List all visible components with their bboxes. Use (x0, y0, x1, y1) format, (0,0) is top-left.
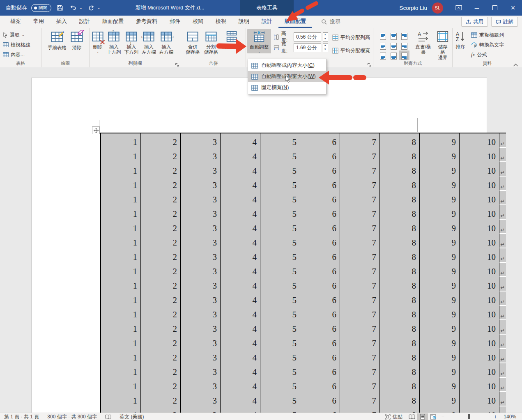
table-cell[interactable]: 10 (460, 133, 499, 149)
table-cell[interactable]: 7 (340, 277, 380, 292)
table-cell[interactable]: 6 (300, 205, 340, 220)
table-cell[interactable]: 10 (460, 320, 499, 335)
table-cell[interactable]: 5 (260, 349, 300, 364)
table-cell[interactable]: 5 (260, 277, 300, 292)
table-cell[interactable]: 9 (420, 363, 460, 379)
table-cell[interactable]: 2 (141, 177, 181, 192)
tab-校閱[interactable]: 校閱 (186, 16, 209, 28)
table-cell[interactable]: 7 (340, 162, 380, 177)
table-cell[interactable]: 7 (340, 177, 380, 192)
maximize-button[interactable] (486, 0, 504, 16)
table-cell[interactable]: 9 (420, 277, 460, 292)
tab-參考資料[interactable]: 參考資料 (130, 16, 163, 28)
table-cell[interactable]: 4 (221, 406, 260, 413)
table-cell[interactable]: 4 (221, 363, 260, 379)
table-cell[interactable]: 10 (460, 306, 499, 321)
table-cell[interactable]: 8 (380, 205, 420, 220)
table-cell[interactable]: 3 (181, 234, 221, 249)
table-cell[interactable]: 6 (300, 148, 340, 163)
table-cell[interactable]: 1 (101, 263, 141, 278)
comments-button[interactable]: 註解 (491, 17, 518, 27)
table-cell[interactable]: 3 (181, 220, 221, 235)
read-mode-button[interactable] (407, 413, 417, 420)
table-cell[interactable]: 6 (300, 363, 340, 379)
proofing-status-icon[interactable] (101, 414, 115, 419)
rows-columns-dialog-launcher-icon[interactable] (175, 62, 180, 67)
table-cell[interactable]: 4 (221, 148, 260, 163)
table-cell[interactable]: 7 (340, 349, 380, 364)
table-cell[interactable]: 2 (141, 205, 181, 220)
table-cell[interactable]: 3 (181, 177, 221, 192)
table-cell[interactable]: 3 (181, 378, 221, 393)
redo-icon[interactable] (87, 3, 96, 12)
ribbon-display-options-icon[interactable] (450, 0, 468, 16)
table-cell[interactable]: 6 (300, 263, 340, 278)
tab-版面配置[interactable]: 版面配置 (96, 16, 130, 28)
table-cell[interactable]: 2 (141, 148, 181, 163)
table-cell[interactable]: 3 (181, 248, 221, 264)
table-cell[interactable]: 5 (260, 291, 300, 307)
table-cell[interactable]: 9 (420, 248, 460, 264)
save-icon[interactable] (55, 3, 64, 12)
align-top-c-button[interactable] (389, 31, 399, 40)
table-cell[interactable]: 10 (460, 392, 499, 407)
table-cell[interactable]: 9 (420, 205, 460, 220)
table-cell[interactable]: 2 (141, 335, 181, 350)
table-cell[interactable]: 9 (420, 378, 460, 393)
table-cell[interactable]: 8 (380, 177, 420, 192)
table-cell[interactable]: 4 (221, 248, 260, 264)
table-cell[interactable]: 5 (260, 248, 300, 264)
table-cell[interactable]: 2 (141, 162, 181, 177)
table-cell[interactable]: 7 (340, 205, 380, 220)
table-cell[interactable]: 6 (300, 378, 340, 393)
zoom-out-button[interactable]: − (441, 415, 444, 419)
table-cell[interactable]: 7 (340, 133, 380, 149)
table-cell[interactable]: 9 (420, 306, 460, 321)
autofit-button[interactable]: 自動調整 ⌄ (247, 29, 271, 53)
table-cell[interactable]: 6 (300, 220, 340, 235)
table-cell[interactable]: 4 (221, 320, 260, 335)
view-gridlines-button[interactable]: 檢視格線 (1, 40, 32, 50)
table-cell[interactable]: 9 (420, 133, 460, 149)
print-layout-button[interactable] (417, 413, 428, 420)
focus-mode-button[interactable]: 焦點 (381, 413, 407, 420)
zoom-track[interactable] (447, 417, 491, 417)
table-cell[interactable]: 6 (300, 349, 340, 364)
table-cell[interactable]: 2 (141, 277, 181, 292)
zoom-handle[interactable] (468, 414, 470, 419)
tab-插入[interactable]: 插入 (50, 16, 73, 28)
table-cell[interactable]: 3 (181, 363, 221, 379)
table-cell[interactable]: 3 (181, 205, 221, 220)
table-cell[interactable]: 2 (141, 291, 181, 307)
table-cell[interactable]: 2 (141, 320, 181, 335)
table-cell[interactable]: 10 (460, 148, 499, 163)
table-cell[interactable]: 9 (420, 177, 460, 192)
zoom-level[interactable]: 140% (499, 414, 522, 420)
table-cell[interactable]: 5 (260, 406, 300, 413)
table-cell[interactable]: 6 (300, 277, 340, 292)
table-cell[interactable]: 1 (101, 392, 141, 407)
table-cell[interactable]: 4 (221, 177, 260, 192)
table-cell[interactable]: 5 (260, 162, 300, 177)
table-cell[interactable]: 1 (101, 320, 141, 335)
table-cell[interactable]: 3 (181, 191, 221, 206)
table-cell[interactable]: 6 (300, 306, 340, 321)
autosave-toggle[interactable]: 關閉 (31, 4, 51, 12)
table-cell[interactable]: 8 (380, 263, 420, 278)
table-cell[interactable]: 7 (340, 320, 380, 335)
table-cell[interactable]: 5 (260, 363, 300, 379)
table-cell[interactable]: 4 (221, 205, 260, 220)
table-cell[interactable]: 10 (460, 162, 499, 177)
table-cell[interactable]: 9 (420, 263, 460, 278)
table-cell[interactable]: 8 (380, 291, 420, 307)
repeat-header-rows-button[interactable]: 重複標題列 (469, 30, 506, 40)
table-cell[interactable]: 3 (181, 291, 221, 307)
table-cell[interactable]: 8 (380, 277, 420, 292)
table-cell[interactable]: 1 (101, 306, 141, 321)
table-cell[interactable]: 7 (340, 335, 380, 350)
table-cell[interactable]: 10 (460, 277, 499, 292)
table-cell[interactable]: 1 (101, 277, 141, 292)
table-cell[interactable]: 6 (300, 291, 340, 307)
table-cell[interactable]: 5 (260, 263, 300, 278)
table-cell[interactable]: 3 (181, 306, 221, 321)
